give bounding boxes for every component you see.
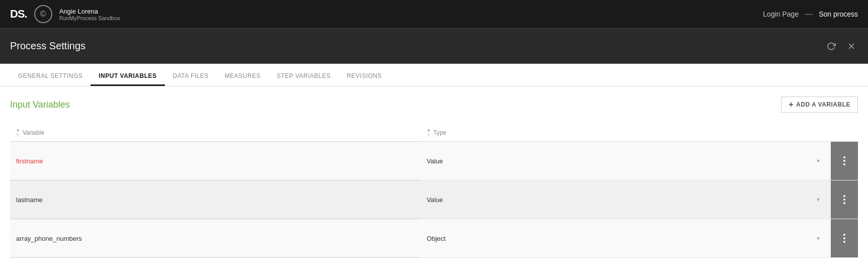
- variable-name-cell: lastname: [10, 180, 421, 219]
- type-inner: Object ▾: [427, 235, 825, 242]
- column-header-type[interactable]: ▲ ▽ Type: [421, 122, 831, 142]
- breadcrumb-login-page[interactable]: Login Page: [763, 10, 799, 18]
- chevron-down-icon[interactable]: ▾: [817, 235, 820, 242]
- variable-name-cell: array_phone_numbers: [10, 219, 421, 258]
- variable-name-array-phone: array_phone_numbers: [16, 235, 82, 242]
- tab-step-variables[interactable]: STEP VARIABLES: [269, 67, 338, 86]
- tab-general-settings[interactable]: GENERAL SETTINGS: [10, 67, 91, 86]
- row-menu-button[interactable]: [837, 149, 852, 173]
- table-row: lastname Value ▾: [10, 180, 858, 219]
- variable-name-cell: firstname: [10, 142, 421, 180]
- type-cell: Value ▾: [421, 180, 831, 219]
- actions-cell: [831, 219, 858, 258]
- variable-name-firstname: firstname: [16, 157, 43, 165]
- main-content: Input Variables + ADD A VARIABLE ▲ ▽ Var…: [0, 86, 868, 280]
- actions-cell: [831, 180, 858, 219]
- actions-cell: [831, 142, 858, 180]
- tabs-bar: GENERAL SETTINGS INPUT VARIABLES DATA FI…: [0, 64, 868, 86]
- top-navigation: DS. © Angie Lorena RunMyProcess Sandbox …: [0, 0, 868, 29]
- refresh-button[interactable]: [825, 40, 838, 53]
- subheader: Process Settings: [0, 29, 868, 64]
- row-menu-button[interactable]: [837, 226, 852, 250]
- type-inner: Value ▾: [427, 157, 825, 165]
- table-header-row: ▲ ▽ Variable ▲ ▽ Type: [10, 122, 858, 142]
- dot2: [843, 160, 845, 162]
- logo-icon: ©: [34, 5, 52, 23]
- close-button[interactable]: [845, 40, 858, 53]
- ds-logo: DS.: [10, 8, 27, 21]
- tab-input-variables[interactable]: INPUT VARIABLES: [91, 67, 164, 86]
- dot1: [843, 195, 845, 197]
- variables-table: ▲ ▽ Variable ▲ ▽ Type: [10, 122, 858, 258]
- dot3: [843, 163, 845, 165]
- type-cell: Object ▾: [421, 219, 831, 258]
- type-value-lastname: Value: [427, 196, 443, 204]
- table-row: array_phone_numbers Object ▾: [10, 219, 858, 258]
- add-variable-button[interactable]: + ADD A VARIABLE: [781, 97, 858, 113]
- variable-name-lastname: lastname: [16, 196, 43, 204]
- logo-icon-symbol: ©: [40, 10, 46, 19]
- page-title: Process Settings: [10, 40, 85, 52]
- dot1: [843, 156, 845, 158]
- chevron-down-icon[interactable]: ▾: [817, 157, 820, 164]
- dot1: [843, 234, 845, 236]
- sort-arrows-type: ▲ ▽: [427, 128, 431, 137]
- breadcrumb-separator: —: [805, 10, 813, 19]
- tab-measures[interactable]: MEASURES: [217, 67, 269, 86]
- subheader-actions: [825, 40, 858, 53]
- row-menu-button[interactable]: [837, 188, 852, 212]
- breadcrumb-son-process: Son process: [819, 10, 858, 18]
- dot2: [843, 199, 845, 201]
- column-header-actions: [831, 122, 858, 142]
- type-inner: Value ▾: [427, 196, 825, 204]
- col-sort-type: ▲ ▽ Type: [427, 128, 447, 137]
- user-org: RunMyProcess Sandbox: [59, 15, 120, 21]
- type-value-array-phone: Object: [427, 235, 446, 242]
- col-sort-variable: ▲ ▽ Variable: [16, 128, 44, 137]
- table-row: firstname Value ▾: [10, 142, 858, 180]
- user-info: Angie Lorena RunMyProcess Sandbox: [59, 8, 120, 21]
- breadcrumb: Login Page — Son process: [763, 10, 858, 19]
- plus-icon: +: [789, 100, 794, 109]
- type-value-firstname: Value: [427, 157, 443, 165]
- tab-revisions[interactable]: REVISIONS: [338, 67, 390, 86]
- section-header: Input Variables + ADD A VARIABLE: [10, 97, 858, 113]
- topnav-left: DS. © Angie Lorena RunMyProcess Sandbox: [10, 5, 120, 23]
- chevron-down-icon[interactable]: ▾: [817, 196, 820, 203]
- section-title: Input Variables: [10, 100, 70, 110]
- add-variable-label: ADD A VARIABLE: [796, 101, 850, 108]
- column-header-variable[interactable]: ▲ ▽ Variable: [10, 122, 421, 142]
- type-cell: Value ▾: [421, 142, 831, 180]
- dot3: [843, 241, 845, 243]
- dot3: [843, 202, 845, 204]
- user-name: Angie Lorena: [59, 8, 120, 15]
- dot2: [843, 237, 845, 239]
- tab-data-files[interactable]: DATA FILES: [165, 67, 217, 86]
- sort-arrows-variable: ▲ ▽: [16, 128, 20, 137]
